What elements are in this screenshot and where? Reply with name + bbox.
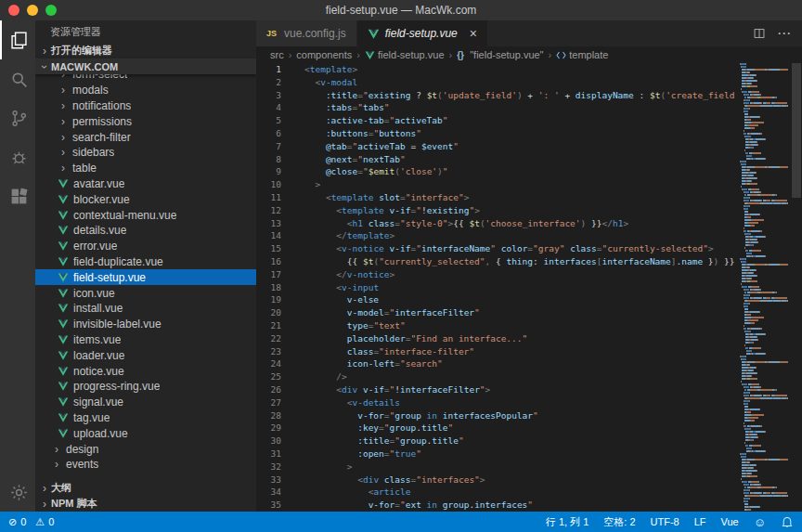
tree-item-invisible-label.vue[interactable]: invisible-label.vue xyxy=(35,317,256,332)
code-line[interactable]: 25 /> xyxy=(256,370,740,383)
status-item-2[interactable]: UTF-8 xyxy=(651,516,679,527)
breadcrumb-item-src[interactable]: src xyxy=(270,49,284,60)
code-line[interactable]: 31 :open="true" xyxy=(256,448,740,461)
code-line[interactable]: 5 :active-tab="activeTab" xyxy=(256,114,740,127)
line-number: 11 xyxy=(256,191,293,204)
tree-item-tag.vue[interactable]: tag.vue xyxy=(35,410,256,426)
code-line[interactable]: 18 <v-input xyxy=(256,281,740,294)
activity-settings-icon[interactable] xyxy=(0,473,35,512)
problems-indicator[interactable]: ⊘ 0 ⚠ 0 xyxy=(8,516,59,528)
breadcrumb-item-components[interactable]: components xyxy=(296,49,352,60)
code-line[interactable]: 6 :buttons="buttons" xyxy=(256,127,740,140)
breadcrumb-item-field-setup.vue[interactable]: {}"field-setup.vue" xyxy=(457,49,543,60)
tree-item-signal.vue[interactable]: signal.vue xyxy=(35,395,256,410)
tree-item-design[interactable]: ›design xyxy=(35,441,256,457)
code-line[interactable]: 8 @next="nextTab" xyxy=(256,153,740,166)
code-line[interactable]: 13 <h1 class="style-0">{{ $t('choose_int… xyxy=(256,217,740,230)
activity-extensions-icon[interactable] xyxy=(0,176,35,215)
code-line[interactable]: 4 :tabs="tabs" xyxy=(256,101,740,114)
tree-item-details.vue[interactable]: details.vue xyxy=(35,223,256,239)
code-area[interactable]: 1<template>2 <v-modal3 :title="existing … xyxy=(256,63,740,512)
code-line[interactable]: 17 </v-notice> xyxy=(256,268,740,281)
code-line[interactable]: 15 <v-notice v-if="interfaceName" color=… xyxy=(256,242,740,255)
tree-item-contextual-menu.vue[interactable]: contextual-menu.vue xyxy=(35,207,256,223)
code-line[interactable]: 2 <v-modal xyxy=(256,76,740,89)
tree-item-permissions[interactable]: ›permissions xyxy=(35,113,256,129)
code-line[interactable]: 3 :title="existing ? $t('update_field') … xyxy=(256,89,740,102)
tree-item-modals[interactable]: ›modals xyxy=(35,83,256,98)
code-line[interactable]: 10 > xyxy=(256,178,740,191)
tree-item-items.vue[interactable]: items.vue xyxy=(35,332,256,348)
tree-item-progress-ring.vue[interactable]: progress-ring.vue xyxy=(35,379,256,395)
tree-item-notifications[interactable]: ›notifications xyxy=(35,98,256,114)
activity-search-icon[interactable] xyxy=(0,59,35,98)
tree-item-sidebars[interactable]: ›sidebars xyxy=(35,145,256,161)
tree-item-upload.vue[interactable]: upload.vue xyxy=(35,425,256,441)
status-item-1[interactable]: 空格: 2 xyxy=(603,515,635,529)
split-editor-icon[interactable] xyxy=(753,27,766,40)
close-tab-icon[interactable]: × xyxy=(470,27,477,40)
notifications-bell-icon[interactable] xyxy=(781,515,794,528)
tree-item-events[interactable]: ›events xyxy=(35,457,256,473)
npm-scripts-section-header[interactable]: › NPM 脚本 xyxy=(35,496,256,512)
zoom-window-button[interactable] xyxy=(45,5,57,16)
code-line[interactable]: 30 :title="group.title" xyxy=(256,435,740,448)
code-line[interactable]: 24 icon-left="search" xyxy=(256,357,740,370)
breadcrumb-item-field-setup.vue[interactable]: field-setup.vue xyxy=(365,49,445,60)
code-line[interactable]: 22 placeholder="Find an interface..." xyxy=(256,332,740,345)
code-line[interactable]: 35 v-for="ext in group.interfaces" xyxy=(256,499,740,512)
code-line[interactable]: 29 :key="group.title" xyxy=(256,422,740,435)
tree-item-avatar.vue[interactable]: avatar.vue xyxy=(35,176,256,192)
feedback-smiley-icon[interactable]: ☺ xyxy=(754,515,766,529)
tab-vue.config.js[interactable]: JSvue.config.js xyxy=(256,20,357,46)
code-line[interactable]: 12 <template v-if="!existing"> xyxy=(256,204,740,217)
tree-item-icon.vue[interactable]: icon.vue xyxy=(35,285,256,301)
code-line[interactable]: 23 class="interface-filter" xyxy=(256,345,740,358)
code-line[interactable]: 11 <template slot="interface"> xyxy=(256,191,740,204)
code-line[interactable]: 14 </template> xyxy=(256,229,740,242)
tree-item-loader.vue[interactable]: loader.vue xyxy=(35,347,256,363)
tree-item-notice.vue[interactable]: notice.vue xyxy=(35,363,256,379)
close-window-button[interactable] xyxy=(8,5,19,16)
more-actions-icon[interactable]: ⋯ xyxy=(777,25,791,42)
code-line[interactable]: 7 @tab="activeTab = $event" xyxy=(256,140,740,153)
code-line[interactable]: 33 <div class="interfaces"> xyxy=(256,474,740,487)
open-editors-section-header[interactable]: › 打开的编辑器 xyxy=(35,43,256,58)
code-line[interactable]: 32 > xyxy=(256,461,740,474)
tree-item-error.vue[interactable]: error.vue xyxy=(35,239,256,254)
tree-item-search-filter[interactable]: ›search-filter xyxy=(35,129,256,145)
activity-source-control-icon[interactable] xyxy=(0,98,35,137)
project-section-header[interactable]: › MACWK.COM xyxy=(35,58,256,74)
tree-item-field-setup.vue[interactable]: field-setup.vue xyxy=(35,269,256,285)
code-line[interactable]: 21 type="text" xyxy=(256,319,740,332)
tree-item-table[interactable]: ›table xyxy=(35,161,256,176)
code-line[interactable]: 28 v-for="group in interfacesPopular" xyxy=(256,409,740,422)
code-line[interactable]: 1<template> xyxy=(256,63,740,76)
code-text: > xyxy=(293,461,353,474)
editor-scrollbar[interactable] xyxy=(791,63,802,512)
activity-debug-icon[interactable] xyxy=(0,137,35,176)
minimize-window-button[interactable] xyxy=(27,5,38,16)
tree-item-install.vue[interactable]: install.vue xyxy=(35,301,256,317)
code-line[interactable]: 16 {{ $t("currently_selected", { thing: … xyxy=(256,255,740,268)
code-line[interactable]: 34 <article xyxy=(256,486,740,499)
breadcrumb-item-template[interactable]: template xyxy=(556,49,608,60)
tree-item-blocker.vue[interactable]: blocker.vue xyxy=(35,191,256,207)
code-line[interactable]: 27 <v-details xyxy=(256,396,740,409)
status-item-4[interactable]: Vue xyxy=(721,516,739,527)
tree-item-field-duplicate.vue[interactable]: field-duplicate.vue xyxy=(35,254,256,270)
status-item-0[interactable]: 行 1, 列 1 xyxy=(546,515,589,529)
code-line[interactable]: 26 <div v-if="!interfaceFilter"> xyxy=(256,383,740,396)
tree-item-form-select[interactable]: ›form-select xyxy=(35,74,256,83)
status-item-3[interactable]: LF xyxy=(694,516,706,527)
code-line[interactable]: 19 v-else xyxy=(256,293,740,306)
outline-section-header[interactable]: › 大纲 xyxy=(35,480,256,496)
code-editor[interactable]: 1<template>2 <v-modal3 :title="existing … xyxy=(256,63,802,512)
minimap[interactable] xyxy=(740,63,791,512)
breadcrumb-separator: › xyxy=(449,49,453,60)
activity-explorer-icon[interactable] xyxy=(0,20,35,59)
tab-field-setup.vue[interactable]: field-setup.vue× xyxy=(357,20,488,46)
code-line[interactable]: 20 v-model="interfaceFilter" xyxy=(256,306,740,319)
scrollbar-thumb[interactable] xyxy=(792,63,801,198)
code-line[interactable]: 9 @close="$emit('close')" xyxy=(256,165,740,178)
